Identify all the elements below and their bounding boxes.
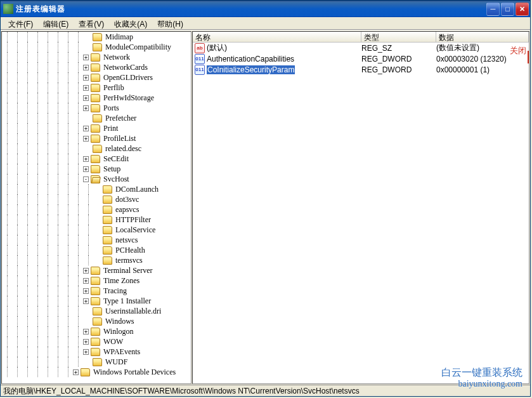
expand-icon[interactable]: + (83, 55, 89, 60)
expand-icon[interactable]: + (73, 369, 79, 375)
menu-edit[interactable]: 编辑(E) (38, 18, 74, 28)
expand-icon[interactable]: + (83, 65, 89, 70)
col-type[interactable]: 类型 (361, 32, 436, 42)
menu-favorites[interactable]: 收藏夹(A) (109, 18, 152, 28)
tree-node[interactable]: HTTPFilter (2, 215, 191, 225)
folder-icon (103, 185, 112, 194)
expand-icon[interactable]: + (83, 166, 89, 172)
expand-icon[interactable]: + (83, 85, 89, 91)
tree-node-label: Type 1 Installer (102, 296, 152, 306)
tree-node-label: Terminal Server (102, 266, 153, 275)
tree-node[interactable]: netsvcs (2, 235, 191, 245)
expand-icon[interactable]: + (83, 288, 89, 294)
tree-node[interactable]: +Setup (2, 164, 191, 174)
col-data[interactable]: 数据 (436, 32, 529, 42)
expand-icon[interactable]: + (83, 298, 89, 304)
tree-node[interactable]: dot3svc (2, 194, 191, 204)
minimize-button[interactable]: ─ (486, 3, 500, 16)
tree-node-label: PCHealth (114, 246, 146, 255)
expand-icon[interactable]: + (83, 349, 89, 355)
tree-node[interactable]: +Terminal Server (2, 265, 191, 275)
tree-node[interactable]: +Type 1 Installer (2, 296, 191, 306)
tree-joint (93, 237, 101, 243)
folder-icon (91, 104, 100, 112)
expand-icon[interactable]: + (83, 126, 89, 131)
binary-value-icon: 011 (195, 65, 205, 75)
list-row[interactable]: 011AuthenticationCapabilitiesREG_DWORD0x… (193, 53, 529, 64)
annotation-line (528, 51, 529, 63)
tree-node[interactable]: +ProfileList (2, 133, 191, 143)
tree-node[interactable]: Windows (2, 316, 191, 326)
expand-icon[interactable]: + (83, 95, 89, 101)
tree-node[interactable]: +Perflib (2, 83, 191, 93)
tree-node[interactable]: -SvcHost (2, 174, 191, 184)
window-controls: ─ □ ✕ (486, 3, 529, 16)
tree-node[interactable]: +Tracing (2, 286, 191, 296)
list-row[interactable]: 011CoInitializeSecurityParamREG_DWORD0x0… (193, 64, 529, 75)
tree-node[interactable]: Userinstallable.dri (2, 306, 191, 316)
close-button[interactable]: ✕ (516, 3, 529, 16)
tree-joint (83, 34, 91, 40)
expand-icon[interactable]: + (83, 278, 89, 284)
expand-icon[interactable]: + (83, 105, 89, 111)
menu-file[interactable]: 文件(F) (3, 18, 38, 28)
tree-node[interactable]: related.desc (2, 143, 191, 154)
expand-icon[interactable]: + (83, 339, 89, 345)
tree-node[interactable]: DComLaunch (2, 184, 191, 194)
maximize-button[interactable]: □ (501, 3, 514, 16)
tree-node[interactable]: +Print (2, 123, 191, 133)
tree-node[interactable]: +NetworkCards (2, 62, 191, 72)
menu-help[interactable]: 帮助(H) (152, 18, 188, 28)
tree-node[interactable]: LocalService (2, 225, 191, 235)
tree-node[interactable]: Prefetcher (2, 113, 191, 123)
content-area: MidimapModuleCompatibility+Network+Netwo… (1, 30, 530, 385)
folder-icon (103, 236, 112, 244)
tree-node[interactable]: +Winlogon (2, 326, 191, 336)
tree-node[interactable]: PCHealth (2, 245, 191, 255)
tree-node-label: Tracing (102, 286, 128, 296)
folder-icon (91, 124, 100, 133)
tree-node[interactable]: +Windows Portable Devices (2, 367, 191, 377)
tree-node[interactable]: +WPAEvents (2, 347, 191, 357)
expand-icon[interactable]: + (83, 75, 89, 81)
string-value-icon: ab (195, 43, 205, 53)
tree-node[interactable]: +Network (2, 52, 191, 62)
tree-node[interactable]: +PerHwIdStorage (2, 93, 191, 103)
tree-node[interactable]: Midimap (2, 32, 191, 42)
tree-node-label: Ports (102, 103, 120, 113)
expand-icon[interactable]: + (83, 156, 89, 162)
tree-node-label: Midimap (104, 32, 134, 42)
tree-node-label: Time Zones (102, 276, 141, 286)
tree-node[interactable]: eapsvcs (2, 204, 191, 215)
tree-joint (93, 207, 101, 213)
tree-node-label: ProfileList (102, 134, 137, 143)
tree-node[interactable]: ModuleCompatibility (2, 42, 191, 52)
collapse-icon[interactable]: - (83, 176, 89, 182)
tree-node[interactable]: +Ports (2, 103, 191, 113)
tree-node-label: HTTPFilter (114, 215, 152, 225)
expand-icon[interactable]: + (83, 329, 89, 335)
folder-icon (91, 165, 100, 173)
expand-icon[interactable]: + (83, 268, 89, 274)
tree-node-label: Userinstallable.dri (104, 307, 162, 316)
col-name[interactable]: 名称 (193, 32, 361, 42)
menu-view[interactable]: 查看(V) (74, 18, 109, 28)
tree-node-label: dot3svc (114, 195, 140, 204)
tree-node[interactable]: +OpenGLDrivers (2, 72, 191, 83)
list-row[interactable]: ab(默认)REG_SZ(数值未设置) (193, 43, 529, 53)
tree-node-label: Setup (102, 164, 122, 174)
tree-node[interactable]: +SeCEdit (2, 154, 191, 164)
title-bar[interactable]: 注册表编辑器 ─ □ ✕ (1, 1, 530, 17)
tree-joint (93, 227, 101, 233)
tree-node[interactable]: +Time Zones (2, 275, 191, 286)
tree-node[interactable]: termsvcs (2, 255, 191, 265)
tree-node[interactable]: +WOW (2, 336, 191, 347)
tree-panel[interactable]: MidimapModuleCompatibility+Network+Netwo… (1, 31, 191, 384)
folder-icon (81, 368, 90, 376)
registry-editor-window: 注册表编辑器 ─ □ ✕ 文件(F) 编辑(E) 查看(V) 收藏夹(A) 帮助… (0, 0, 531, 397)
folder-icon (91, 297, 100, 305)
list-body[interactable]: ab(默认)REG_SZ(数值未设置)011AuthenticationCapa… (193, 43, 529, 75)
tree-joint (93, 187, 101, 192)
tree-node[interactable]: WUDF (2, 357, 191, 367)
expand-icon[interactable]: + (83, 136, 89, 142)
